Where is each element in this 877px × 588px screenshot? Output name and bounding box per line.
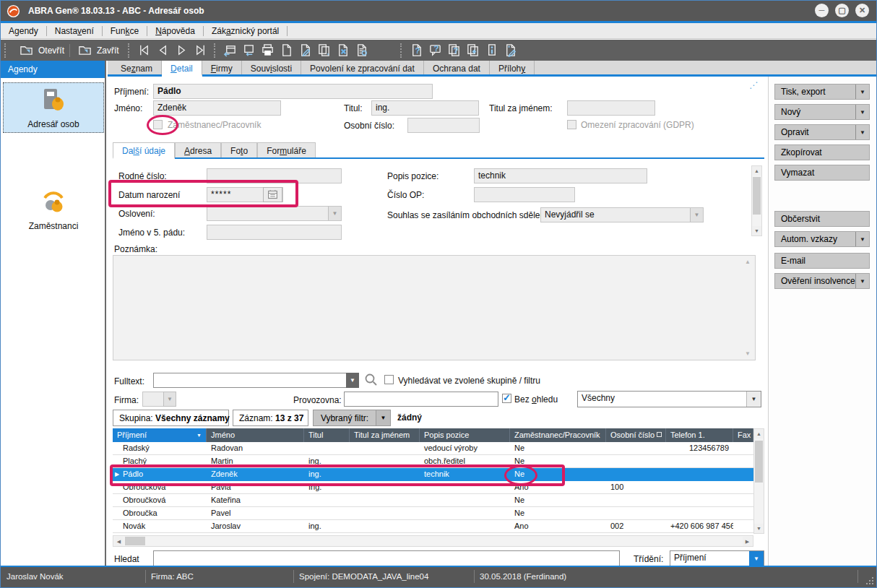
column-header-3[interactable]: Titul za jménem: [350, 428, 420, 442]
subtab-3[interactable]: Formuláře: [257, 142, 316, 157]
calendar-icon[interactable]: [263, 187, 282, 202]
column-header-2[interactable]: Titul: [304, 428, 350, 442]
menu-item-0[interactable]: Agendy: [1, 23, 46, 39]
table-row-5[interactable]: ObroučkaPavelNe: [113, 507, 753, 520]
subtab-1[interactable]: Adresa: [175, 142, 221, 157]
group-box[interactable]: Skupina: Všechny záznamy: [113, 410, 229, 426]
column-header-5[interactable]: Zaměstnanec/Pracovník: [510, 428, 606, 442]
chevron-down-icon[interactable]: ▼: [163, 392, 176, 407]
table-row-2[interactable]: ▶PádloZdeněking.technikNe: [113, 468, 753, 481]
close-button[interactable]: Zavřít: [70, 42, 124, 59]
action-button-4[interactable]: Vymazat: [774, 165, 870, 181]
regardless-checkbox[interactable]: [502, 394, 511, 403]
chevron-down-icon[interactable]: ▼: [746, 392, 761, 407]
next-record-icon[interactable]: [174, 43, 190, 59]
minimize-icon[interactable]: ─: [815, 4, 829, 17]
chevron-down-icon[interactable]: ▼: [690, 208, 703, 222]
tab-5[interactable]: Ochrana dat: [424, 61, 490, 74]
action-button-5[interactable]: Občerstvit: [774, 211, 870, 227]
toolbar-grip[interactable]: [4, 43, 7, 58]
table-row-6[interactable]: NovákJaroslaving.Ano002+420 606 987 456: [113, 520, 753, 533]
subtab-2[interactable]: Foto: [221, 142, 257, 157]
menu-item-2[interactable]: Funkce: [103, 23, 147, 39]
sort-combo[interactable]: Příjmení▼: [670, 550, 764, 566]
chevron-down-icon[interactable]: ▼: [749, 551, 764, 566]
action-dropdown-icon[interactable]: ▼: [855, 125, 869, 139]
tab-6[interactable]: Přílohy: [490, 61, 535, 74]
birth-number-field[interactable]: [207, 168, 342, 183]
table-row-1[interactable]: PlachýMartining.obch.ředitelNe: [113, 455, 753, 468]
action-dropdown-icon[interactable]: ▼: [855, 232, 869, 246]
filter-dropdown-icon[interactable]: ▼: [376, 410, 391, 426]
scroll-down-icon[interactable]: ▼: [745, 350, 751, 357]
switch-window-icon[interactable]: [241, 43, 257, 59]
scroll-up-icon[interactable]: ▲: [752, 166, 761, 176]
scroll-left-icon[interactable]: ◀: [114, 537, 124, 546]
action-dropdown-icon[interactable]: ▼: [855, 274, 869, 288]
selected-filter-button[interactable]: Vybraný filtr:: [313, 410, 376, 426]
scroll-down-icon[interactable]: ▼: [754, 524, 764, 533]
scroll-thumb[interactable]: [125, 537, 145, 545]
gdpr-checkbox[interactable]: [567, 120, 576, 129]
action-dropdown-icon[interactable]: ▼: [855, 105, 869, 119]
scroll-thumb[interactable]: [753, 177, 761, 215]
tab-0[interactable]: Seznam: [112, 61, 162, 74]
scope-combo[interactable]: Všechny▼: [577, 391, 761, 407]
toolbar-grip[interactable]: [128, 43, 130, 58]
first-record-icon[interactable]: [137, 43, 152, 59]
table-row-0[interactable]: RadskýRadovanvedoucí výrobyNe123456789: [113, 442, 753, 455]
scroll-down-icon[interactable]: ▼: [752, 226, 761, 235]
subtab-0[interactable]: Další údaje: [113, 142, 175, 159]
scroll-up-icon[interactable]: ▲: [754, 429, 764, 438]
consent-combo[interactable]: Nevyjádřil se▼: [540, 207, 704, 222]
document-list-icon[interactable]: [354, 43, 370, 59]
copy-document-icon[interactable]: [316, 43, 332, 59]
tab-2[interactable]: Firmy: [202, 61, 242, 74]
scroll-right-icon[interactable]: ▶: [743, 537, 752, 546]
vocative-field[interactable]: [207, 225, 342, 240]
column-header-8[interactable]: Fax: [733, 428, 753, 442]
tab-4[interactable]: Povolení ke zpracování dat: [301, 61, 424, 74]
action-button-0[interactable]: Tisk, export▼: [774, 84, 870, 100]
menu-item-4[interactable]: Zákaznický portál: [204, 23, 287, 39]
menu-item-3[interactable]: Nápověda: [147, 23, 203, 39]
action-button-7[interactable]: E-mail: [774, 253, 870, 269]
salutation-combo[interactable]: ▼: [207, 206, 342, 221]
context-help-icon[interactable]: ?: [428, 43, 444, 59]
fulltext-combo[interactable]: [153, 373, 359, 388]
column-header-1[interactable]: Jméno: [207, 428, 304, 442]
info-icon[interactable]: [484, 43, 500, 59]
column-header-4[interactable]: Popis pozice: [420, 428, 510, 442]
action-button-3[interactable]: Zkopírovat: [774, 144, 870, 160]
firstname-field[interactable]: Zdeněk: [153, 100, 281, 116]
title-field[interactable]: ing.: [371, 100, 479, 116]
action-button-8[interactable]: Ověření insolvence▼: [774, 273, 870, 289]
action-dropdown-icon[interactable]: ▼: [855, 85, 869, 99]
scroll-thumb[interactable]: [755, 441, 763, 483]
branch-combo[interactable]: [344, 392, 498, 407]
edit-document-icon[interactable]: [298, 43, 314, 59]
help-topics-icon[interactable]: ?: [446, 43, 462, 59]
action-button-1[interactable]: Nový▼: [774, 104, 870, 120]
table-hscrollbar[interactable]: ◀ ▶: [113, 535, 753, 547]
delete-document-icon[interactable]: [335, 43, 351, 59]
surname-field[interactable]: Pádlo: [153, 84, 433, 99]
action-button-2[interactable]: Opravit▼: [774, 124, 870, 140]
fulltext-dropdown-icon[interactable]: ▼: [346, 373, 359, 388]
toolbar-grip[interactable]: [214, 43, 216, 58]
chevron-down-icon[interactable]: ▼: [328, 207, 341, 220]
search-in-group-checkbox[interactable]: [384, 375, 394, 384]
related-docs-icon[interactable]: [465, 43, 481, 59]
detail-scrollbar[interactable]: ▲ ▼: [751, 165, 762, 236]
open-button[interactable]: Otevřít: [12, 42, 69, 59]
panel-resize-icon[interactable]: ⋰: [749, 80, 758, 90]
note-textarea[interactable]: [113, 255, 756, 360]
column-header-0[interactable]: Příjmení▼: [113, 428, 207, 442]
help-icon[interactable]: ?: [409, 43, 425, 59]
table-row-4[interactable]: ObroučkováKateřinaNe: [113, 494, 753, 507]
toolbar-grip[interactable]: [400, 43, 402, 58]
action-button-6[interactable]: Autom. vzkazy▼: [774, 231, 870, 247]
find-input[interactable]: [153, 550, 620, 566]
sidebar-item-zamestnanci[interactable]: Zaměstnanci: [3, 185, 104, 234]
scroll-up-icon[interactable]: ▲: [745, 259, 751, 265]
